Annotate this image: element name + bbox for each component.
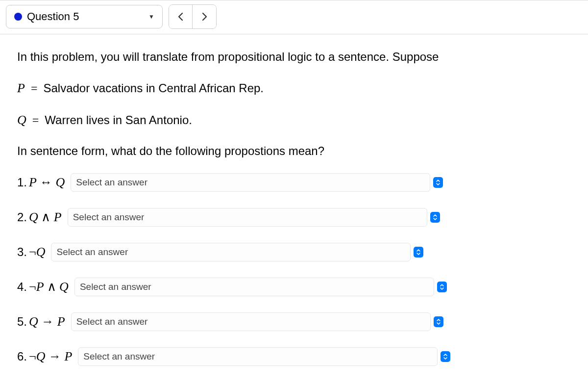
answer-select-2[interactable]: Select an answer xyxy=(68,208,427,227)
definition-q-text: Warren lives in San Antonio. xyxy=(45,111,192,129)
subquestion-number: 1. xyxy=(17,174,27,191)
answer-select-4[interactable]: Select an answer xyxy=(74,278,434,296)
instruction-text: In sentence form, what do the following … xyxy=(17,142,571,160)
nav-button-group xyxy=(169,4,217,29)
next-question-button[interactable] xyxy=(193,5,216,28)
answer-select-wrapper: Select an answer xyxy=(51,243,423,261)
subquestion-3: 3. ¬Q Select an answer xyxy=(17,242,571,261)
subquestion-expression: P ↔ Q xyxy=(29,173,65,192)
subquestion-expression: ¬Q → P xyxy=(29,347,72,366)
chevron-left-icon xyxy=(178,12,183,21)
subquestion-6: 6. ¬Q → P Select an answer xyxy=(17,347,571,366)
subquestion-number: 3. xyxy=(17,243,27,261)
select-stepper-icon[interactable] xyxy=(434,316,443,327)
subquestion-expression: Q ∧ P xyxy=(29,207,62,227)
answer-select-wrapper: Select an answer xyxy=(74,278,447,296)
subquestion-expression: ¬P ∧ Q xyxy=(29,277,69,296)
answer-select-5[interactable]: Select an answer xyxy=(71,312,431,331)
subquestion-number: 6. xyxy=(17,348,27,365)
select-stepper-icon[interactable] xyxy=(437,282,447,292)
answer-select-wrapper: Select an answer xyxy=(68,208,440,227)
equals-sign: = xyxy=(32,111,39,129)
answer-select-wrapper: Select an answer xyxy=(71,312,443,331)
subquestion-expression: ¬Q xyxy=(29,242,45,261)
var-p: P xyxy=(17,78,25,98)
equals-sign: = xyxy=(31,79,38,97)
answer-select-6[interactable]: Select an answer xyxy=(78,347,438,366)
subquestion-expression: Q → P xyxy=(29,312,65,331)
subquestion-2: 2. Q ∧ P Select an answer xyxy=(17,207,571,227)
subquestion-number: 2. xyxy=(17,208,27,226)
answer-select-1[interactable]: Select an answer xyxy=(71,173,430,192)
status-dot-icon xyxy=(14,13,22,21)
subquestion-number: 5. xyxy=(17,313,27,331)
answer-select-wrapper: Select an answer xyxy=(71,173,443,192)
question-label: Question 5 xyxy=(27,10,144,23)
subquestion-4: 4. ¬P ∧ Q Select an answer xyxy=(17,277,571,296)
subquestion-1: 1. P ↔ Q Select an answer xyxy=(17,173,571,192)
answer-select-wrapper: Select an answer xyxy=(78,347,450,366)
select-stepper-icon[interactable] xyxy=(414,247,423,258)
intro-text: In this problem, you will translate from… xyxy=(17,48,571,66)
question-content: In this problem, you will translate from… xyxy=(0,34,588,387)
prev-question-button[interactable] xyxy=(169,5,193,28)
definition-p: P = Salvador vacations in Central Africa… xyxy=(17,78,571,98)
answer-select-3[interactable]: Select an answer xyxy=(51,243,411,261)
definition-q: Q = Warren lives in San Antonio. xyxy=(17,110,571,129)
definition-p-text: Salvador vacations in Central African Re… xyxy=(43,79,264,97)
var-q: Q xyxy=(17,110,26,129)
select-stepper-icon[interactable] xyxy=(433,177,443,188)
chevron-right-icon xyxy=(202,12,207,21)
question-selector-dropdown[interactable]: Question 5 ▼ xyxy=(6,5,163,28)
select-stepper-icon[interactable] xyxy=(441,351,450,362)
select-stepper-icon[interactable] xyxy=(430,212,440,223)
subquestion-5: 5. Q → P Select an answer xyxy=(17,312,571,331)
subquestion-number: 4. xyxy=(17,278,27,296)
question-header: Question 5 ▼ xyxy=(0,4,588,34)
caret-down-icon: ▼ xyxy=(148,13,154,20)
